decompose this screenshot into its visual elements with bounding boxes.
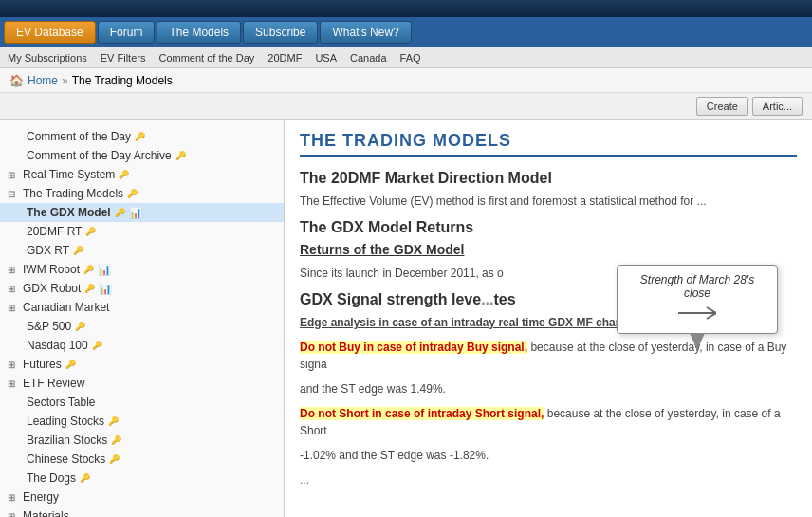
buy-signal-highlight: Do not Buy in case of intraday Buy signa… xyxy=(300,341,527,354)
subnav-filters[interactable]: EV Filters xyxy=(101,52,146,64)
sidebar-item-the-dogs[interactable]: The Dogs 🔑 xyxy=(0,469,284,488)
sidebar-label-trading-models: The Trading Models xyxy=(23,187,123,200)
nav-ev-database[interactable]: EV Database xyxy=(4,21,96,44)
sidebar-item-nasdaq100[interactable]: Nasdaq 100 🔑 xyxy=(0,336,284,355)
expand-placeholder-nasdaq xyxy=(11,341,23,351)
sidebar-item-leading-stocks[interactable]: Leading Stocks 🔑 xyxy=(0,412,284,431)
sidebar: Comment of the Day 🔑 Comment of the Day … xyxy=(0,120,285,517)
key-icon-10: 🔑 xyxy=(75,322,85,331)
short-signal-extra: -1.02% and the ST edge was -1.82%. xyxy=(300,447,797,464)
top-header xyxy=(0,0,812,17)
key-icon-5: 🔑 xyxy=(85,227,96,236)
section1-title: The 20DMF Market Direction Model xyxy=(300,170,797,187)
sidebar-item-sectors-table[interactable]: Sectors Table xyxy=(0,393,284,412)
sidebar-item-canadian-market[interactable]: ⊞ Canadian Market xyxy=(0,298,284,317)
sidebar-label-gdx-rt: GDX RT xyxy=(27,244,69,257)
nav-bar: EV Database Forum The Models Subscribe W… xyxy=(0,17,812,47)
section1-text: The Effective Volume (EV) method is firs… xyxy=(300,193,797,210)
expand-placeholder-icon2 xyxy=(11,151,23,161)
key-icon-2: 🔑 xyxy=(119,170,129,179)
toolbar: Create Artic... xyxy=(0,93,812,120)
expand-plus-icon-materials: ⊞ xyxy=(8,511,19,518)
sidebar-item-gdx-robot[interactable]: ⊞ GDX Robot 🔑 📊 xyxy=(0,279,284,298)
buy-signal-extra: and the ST edge was 1.49%. xyxy=(300,380,797,397)
key-icon-1: 🔑 xyxy=(175,151,186,160)
sidebar-item-gdx-rt[interactable]: GDX RT 🔑 xyxy=(0,241,284,260)
sidebar-label-nasdaq100: Nasdaq 100 xyxy=(27,339,88,352)
subnav-canada[interactable]: Canada xyxy=(350,52,387,64)
nav-forum[interactable]: Forum xyxy=(98,21,156,44)
breadcrumb: 🏠 Home » The Trading Models xyxy=(0,68,812,93)
key-icon-3: 🔑 xyxy=(127,189,138,198)
sidebar-label-sectors-table: Sectors Table xyxy=(27,396,96,409)
sidebar-item-realtime[interactable]: ⊞ Real Time System 🔑 xyxy=(0,165,284,184)
sidebar-item-iwm-robot[interactable]: ⊞ IWM Robot 🔑 📊 xyxy=(0,260,284,279)
sidebar-item-chinese-stocks[interactable]: Chinese Stocks 🔑 xyxy=(0,450,284,469)
sub-nav: My Subscriptions EV Filters Comment of t… xyxy=(0,47,812,68)
create-button[interactable]: Create xyxy=(696,97,748,116)
expand-plus-icon-etf: ⊞ xyxy=(8,379,19,389)
short-signal-highlight: Do not Short in case of intraday Short s… xyxy=(300,407,544,420)
sidebar-item-futures[interactable]: ⊞ Futures 🔑 xyxy=(0,355,284,374)
expand-plus-icon-futures: ⊞ xyxy=(8,360,19,370)
sidebar-item-trading-models[interactable]: ⊟ The Trading Models 🔑 xyxy=(0,184,284,203)
sidebar-item-comment-archive[interactable]: Comment of the Day Archive 🔑 xyxy=(0,146,284,165)
expand-placeholder-dogs xyxy=(11,473,23,484)
sidebar-label-brazilian-stocks: Brazilian Stocks xyxy=(27,434,107,447)
subnav-subscriptions[interactable]: My Subscriptions xyxy=(8,52,87,64)
callout-tooltip: Strength of March 28's close xyxy=(617,265,778,334)
sidebar-item-materials[interactable]: ⊞ Materials xyxy=(0,507,284,517)
expand-plus-icon-energy: ⊞ xyxy=(8,492,19,503)
content-area: THE TRADING MODELS The 20DMF Market Dire… xyxy=(285,120,812,517)
subnav-faq[interactable]: FAQ xyxy=(400,52,421,64)
key-icon-12: 🔑 xyxy=(65,360,76,369)
breadcrumb-home[interactable]: Home xyxy=(28,74,58,87)
section2-title: The GDX Model Returns xyxy=(300,219,797,236)
sidebar-label-materials: Materials xyxy=(23,509,69,517)
expand-plus-icon-canada: ⊞ xyxy=(8,303,19,313)
key-icon-17: 🔑 xyxy=(109,454,120,464)
breadcrumb-current: The Trading Models xyxy=(72,74,173,87)
home-icon: 🏠 xyxy=(9,74,24,87)
sidebar-item-etf-review[interactable]: ⊞ ETF Review xyxy=(0,374,284,393)
page-title: THE TRADING MODELS xyxy=(300,131,797,157)
section2-subtitle: Returns of the GDX Model xyxy=(300,242,797,257)
breadcrumb-sep: » xyxy=(62,74,68,87)
article-button[interactable]: Artic... xyxy=(752,97,803,116)
sidebar-item-brazilian-stocks[interactable]: Brazilian Stocks 🔑 xyxy=(0,431,284,450)
key-icon-11: 🔑 xyxy=(92,341,102,350)
nav-whats-new[interactable]: What's New? xyxy=(320,21,411,44)
sidebar-label-leading-stocks: Leading Stocks xyxy=(27,415,104,428)
sidebar-item-20dmf-rt[interactable]: 20DMF RT 🔑 xyxy=(0,222,284,241)
sidebar-label-iwm-robot: IWM Robot xyxy=(23,263,80,276)
special-icon-gdx: 📊 xyxy=(129,207,142,219)
sidebar-item-energy[interactable]: ⊞ Energy xyxy=(0,488,284,507)
expand-plus-icon-realtime: ⊞ xyxy=(8,170,19,180)
sidebar-item-comment-day[interactable]: Comment of the Day 🔑 xyxy=(0,127,284,146)
key-icon-8: 🔑 xyxy=(84,284,95,293)
short-signal-text: Do not Short in case of intraday Short s… xyxy=(300,405,797,439)
sidebar-label-sp500: S&P 500 xyxy=(27,320,71,333)
sidebar-item-gdx-model[interactable]: The GDX Model 🔑 📊 xyxy=(0,203,284,222)
gdx-section: Since its launch in December 2011, as o … xyxy=(300,265,797,489)
sidebar-label-the-dogs: The Dogs xyxy=(27,471,76,485)
key-icon-15: 🔑 xyxy=(108,416,119,426)
expand-placeholder-sp500 xyxy=(11,322,23,332)
subnav-usa[interactable]: USA xyxy=(315,52,337,64)
main-layout: Comment of the Day 🔑 Comment of the Day … xyxy=(0,120,812,517)
expand-placeholder-leading xyxy=(11,416,23,427)
sidebar-item-sp500[interactable]: S&P 500 🔑 xyxy=(0,317,284,336)
nav-subscribe[interactable]: Subscribe xyxy=(243,21,318,44)
buy-signal-text: Do not Buy in case of intraday Buy signa… xyxy=(300,339,797,373)
key-icon-6: 🔑 xyxy=(73,246,83,255)
sidebar-label-chinese-stocks: Chinese Stocks xyxy=(27,452,105,466)
expand-placeholder-brazil xyxy=(11,435,23,446)
subnav-comment-day[interactable]: Comment of the Day xyxy=(158,52,254,64)
sidebar-label-canadian-market: Canadian Market xyxy=(23,301,109,314)
subnav-20dmf[interactable]: 20DMF xyxy=(268,52,302,64)
callout-text: Strength of March 28's close xyxy=(640,273,754,300)
expand-plus-icon-gdx-robot: ⊞ xyxy=(8,284,19,294)
sidebar-label-gdx-robot: GDX Robot xyxy=(23,282,81,295)
expand-placeholder-sectors xyxy=(11,397,23,408)
nav-models[interactable]: The Models xyxy=(157,21,241,44)
